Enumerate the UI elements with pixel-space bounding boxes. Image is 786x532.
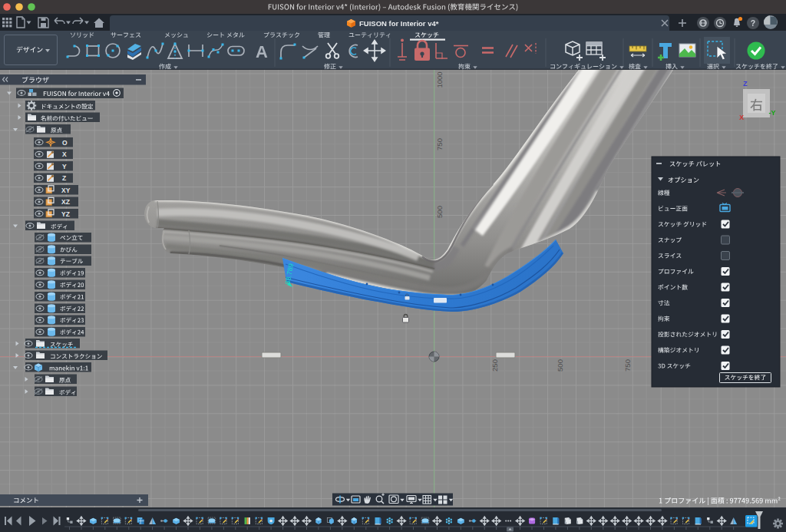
svg-text:O: O <box>62 139 68 147</box>
svg-text:FUISON for Interior v4*: FUISON for Interior v4* <box>359 19 439 28</box>
svg-text:YZ: YZ <box>61 210 70 218</box>
svg-text:250: 250 <box>490 359 499 372</box>
svg-text:-Y: -Y <box>769 109 776 117</box>
svg-text:Y: Y <box>62 163 67 170</box>
svg-text:Z: Z <box>743 80 748 88</box>
svg-text:A: A <box>256 42 268 61</box>
svg-text:X: X <box>62 150 67 158</box>
svg-text:?: ? <box>751 18 755 28</box>
svg-text:X: X <box>739 114 744 121</box>
svg-text:500: 500 <box>435 206 444 218</box>
svg-text:XZ: XZ <box>61 198 70 206</box>
svg-text:1000: 1000 <box>435 71 444 88</box>
svg-text:750: 750 <box>435 138 444 150</box>
svg-text:500: 500 <box>556 359 564 372</box>
svg-text:750: 750 <box>623 359 632 372</box>
svg-text:XY: XY <box>61 187 71 194</box>
svg-text:Z: Z <box>62 174 66 182</box>
